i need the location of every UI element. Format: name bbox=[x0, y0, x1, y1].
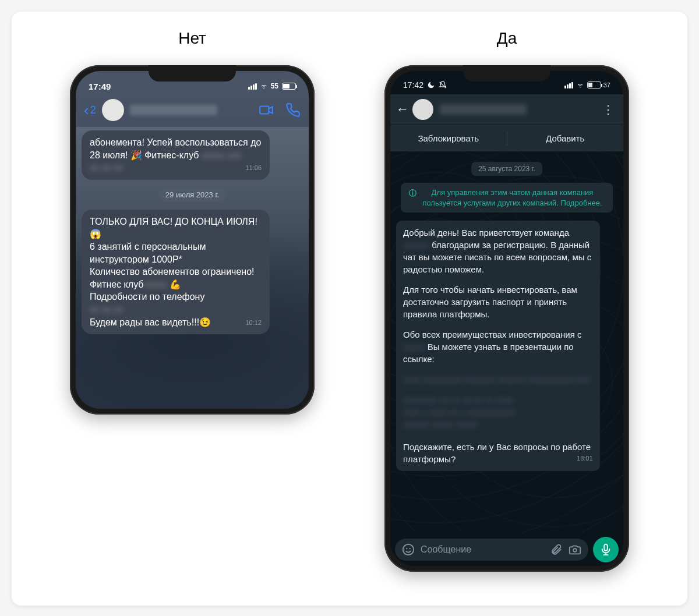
info-icon: ⓘ bbox=[409, 188, 416, 208]
wifi-icon bbox=[576, 82, 585, 88]
contact-name-redacted bbox=[130, 105, 217, 115]
input-placeholder: Сообщение bbox=[421, 544, 544, 555]
status-time: 17:42 bbox=[403, 80, 423, 90]
video-call-icon[interactable] bbox=[259, 102, 274, 118]
svg-point-1 bbox=[403, 544, 414, 555]
battery-text: 37 bbox=[603, 82, 610, 88]
message-input[interactable]: Сообщение bbox=[395, 539, 588, 561]
message-bubble[interactable]: Добрый день! Вас приветствует команда xx… bbox=[396, 221, 600, 471]
emoji-icon[interactable] bbox=[402, 543, 415, 556]
notch bbox=[149, 65, 236, 82]
mute-icon bbox=[439, 81, 447, 89]
signal-icon bbox=[564, 82, 573, 88]
redacted-text: xxxxxx bbox=[403, 240, 429, 250]
redacted-text: xx xx xx bbox=[90, 305, 123, 314]
dnd-icon bbox=[427, 81, 435, 89]
input-row: Сообщение bbox=[390, 533, 623, 566]
chat-body[interactable]: 25 августа 2023 г. ⓘ Для управления этим… bbox=[390, 151, 623, 533]
message-bubble[interactable]: ТОЛЬКО ДЛЯ ВАС! ДО КОНЦА ИЮЛЯ!😱 6 заняти… bbox=[82, 210, 270, 334]
block-button[interactable]: Заблокировать bbox=[390, 125, 507, 151]
message-bubble[interactable]: абонемента! Успей воспользоваться до 28 … bbox=[82, 130, 270, 180]
screen-left: 17:49 55 ‹ 2 bbox=[76, 71, 309, 409]
contact-name-redacted bbox=[439, 104, 527, 115]
wifi-icon bbox=[259, 83, 269, 90]
message-time: 18:01 bbox=[577, 454, 593, 463]
column-title-yes: Да bbox=[497, 29, 517, 48]
status-time: 17:49 bbox=[89, 82, 111, 91]
back-count[interactable]: 2 bbox=[90, 104, 96, 116]
redacted-text: xxxxx xxx bbox=[202, 150, 241, 160]
column-title-no: Нет bbox=[178, 29, 206, 48]
redacted-text: xxxxx bbox=[143, 279, 167, 289]
signal-icon bbox=[248, 83, 257, 90]
svg-rect-0 bbox=[260, 107, 269, 114]
column-yes: Да 17:42 37 bbox=[350, 29, 664, 582]
svg-point-3 bbox=[409, 548, 411, 549]
message-time: 11:06 bbox=[245, 164, 262, 172]
message-time: 10:12 bbox=[245, 318, 262, 327]
back-button[interactable]: ← bbox=[396, 102, 409, 117]
comparison-card: Нет 17:49 55 ‹ 2 bbox=[12, 12, 687, 606]
column-no: Нет 17:49 55 ‹ 2 bbox=[35, 29, 350, 582]
redacted-text: xx xx xx bbox=[90, 162, 123, 172]
info-banner[interactable]: ⓘ Для управления этим чатом данная компа… bbox=[401, 183, 613, 213]
date-separator: 25 августа 2023 г. bbox=[471, 162, 542, 176]
screen-right: 17:42 37 ← ⋮ bbox=[390, 71, 623, 566]
battery-icon bbox=[587, 82, 601, 88]
phone-call-icon[interactable] bbox=[285, 102, 301, 118]
back-button[interactable]: ‹ bbox=[84, 101, 89, 119]
chat-navbar: ‹ 2 bbox=[76, 97, 309, 127]
menu-button[interactable]: ⋮ bbox=[599, 102, 617, 116]
redacted-link: xxxx xxxxxxxxx xxxxxxx xxxxxx xxxxxxxxxx… bbox=[403, 373, 593, 385]
chat-navbar: ← ⋮ bbox=[390, 94, 623, 125]
attach-icon[interactable] bbox=[550, 543, 563, 556]
camera-icon[interactable] bbox=[569, 543, 581, 556]
avatar[interactable] bbox=[102, 99, 124, 121]
svg-point-2 bbox=[406, 548, 407, 549]
phone-right: 17:42 37 ← ⋮ bbox=[384, 65, 629, 572]
redacted-text: xxxxx bbox=[403, 342, 425, 352]
redacted-text: xxxxxxxx xx xx xx xx xx xxxxxxxx x xxxx … bbox=[403, 394, 593, 430]
mic-button[interactable] bbox=[593, 537, 619, 562]
phone-left: 17:49 55 ‹ 2 bbox=[70, 65, 315, 415]
svg-point-4 bbox=[573, 548, 577, 552]
notch bbox=[463, 65, 550, 82]
add-button[interactable]: Добавить bbox=[507, 125, 624, 151]
chat-body[interactable]: абонемента! Успей воспользоваться до 28 … bbox=[76, 127, 309, 409]
battery-text: 55 bbox=[271, 82, 278, 90]
avatar[interactable] bbox=[412, 99, 433, 120]
date-separator: 29 июля 2023 г. bbox=[158, 188, 226, 201]
battery-icon bbox=[282, 83, 296, 90]
action-row: Заблокировать Добавить bbox=[390, 125, 623, 151]
